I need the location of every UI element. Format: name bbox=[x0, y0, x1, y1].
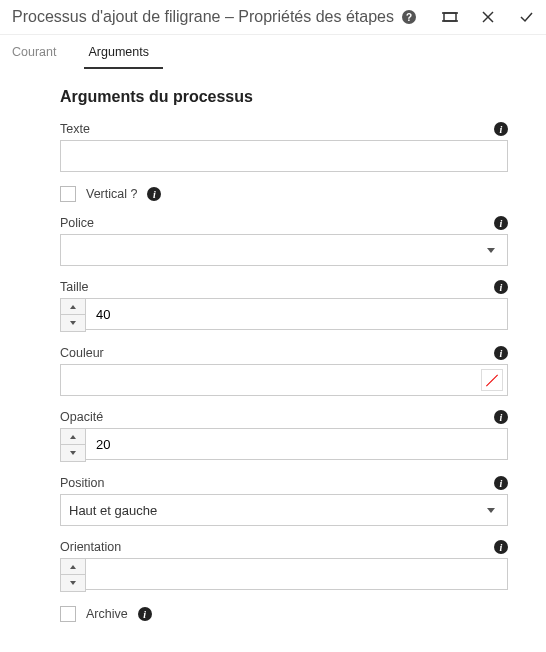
field-taille: Taille i bbox=[60, 280, 508, 332]
stepper-opacite bbox=[60, 428, 86, 462]
field-couleur: Couleur i bbox=[60, 346, 508, 396]
stepper-down-button[interactable] bbox=[61, 315, 85, 331]
input-taille[interactable] bbox=[86, 298, 508, 330]
stepper-up-button[interactable] bbox=[61, 429, 85, 445]
chevron-up-icon bbox=[70, 305, 76, 309]
checkbox-archive[interactable] bbox=[60, 606, 76, 622]
dialog-header: Processus d'ajout de filigrane – Proprié… bbox=[0, 0, 546, 35]
dialog-title: Processus d'ajout de filigrane – Proprié… bbox=[12, 8, 394, 26]
dialog-title-row: Processus d'ajout de filigrane – Proprié… bbox=[12, 8, 442, 26]
stepper-down-button[interactable] bbox=[61, 575, 85, 591]
chevron-down-icon bbox=[487, 508, 495, 513]
header-actions bbox=[442, 9, 534, 25]
svg-rect-0 bbox=[444, 13, 456, 21]
form-content: Arguments du processus Texte i Vertical … bbox=[0, 70, 546, 652]
tab-arguments[interactable]: Arguments bbox=[84, 35, 162, 69]
chevron-down-icon bbox=[487, 248, 495, 253]
label-archive: Archive bbox=[86, 607, 128, 621]
confirm-icon[interactable] bbox=[518, 9, 534, 25]
label-orientation: Orientation bbox=[60, 540, 121, 554]
field-texte: Texte i bbox=[60, 122, 508, 172]
fullscreen-icon[interactable] bbox=[442, 9, 458, 25]
info-icon[interactable]: i bbox=[147, 187, 161, 201]
label-police: Police bbox=[60, 216, 94, 230]
info-icon[interactable]: i bbox=[494, 346, 508, 360]
label-position: Position bbox=[60, 476, 104, 490]
field-vertical: Vertical ? i bbox=[60, 186, 508, 202]
label-opacite: Opacité bbox=[60, 410, 103, 424]
info-icon[interactable]: i bbox=[494, 280, 508, 294]
label-couleur: Couleur bbox=[60, 346, 104, 360]
label-taille: Taille bbox=[60, 280, 89, 294]
select-position[interactable]: Haut et gauche bbox=[60, 494, 508, 526]
field-archive: Archive i bbox=[60, 606, 508, 622]
chevron-up-icon bbox=[70, 435, 76, 439]
info-icon[interactable]: i bbox=[494, 476, 508, 490]
select-position-value: Haut et gauche bbox=[69, 503, 157, 518]
checkbox-vertical[interactable] bbox=[60, 186, 76, 202]
info-icon[interactable]: i bbox=[494, 216, 508, 230]
stepper-taille bbox=[60, 298, 86, 332]
info-icon[interactable]: i bbox=[494, 410, 508, 424]
input-couleur[interactable] bbox=[60, 364, 508, 396]
chevron-down-icon bbox=[70, 581, 76, 585]
input-opacite[interactable] bbox=[86, 428, 508, 460]
select-police[interactable] bbox=[60, 234, 508, 266]
chevron-down-icon bbox=[70, 451, 76, 455]
info-icon[interactable]: i bbox=[494, 122, 508, 136]
info-icon[interactable]: i bbox=[138, 607, 152, 621]
stepper-up-button[interactable] bbox=[61, 559, 85, 575]
field-position: Position i Haut et gauche bbox=[60, 476, 508, 526]
stepper-up-button[interactable] bbox=[61, 299, 85, 315]
info-icon[interactable]: i bbox=[494, 540, 508, 554]
field-police: Police i bbox=[60, 216, 508, 266]
tabs: Courant Arguments bbox=[0, 35, 546, 70]
tab-common[interactable]: Courant bbox=[8, 35, 70, 69]
color-swatch-none bbox=[481, 369, 503, 391]
section-title: Arguments du processus bbox=[60, 88, 508, 106]
chevron-down-icon bbox=[70, 321, 76, 325]
label-vertical: Vertical ? bbox=[86, 187, 137, 201]
label-texte: Texte bbox=[60, 122, 90, 136]
help-icon[interactable]: ? bbox=[402, 10, 416, 24]
field-opacite: Opacité i bbox=[60, 410, 508, 462]
stepper-orientation bbox=[60, 558, 86, 592]
chevron-up-icon bbox=[70, 565, 76, 569]
field-orientation: Orientation i bbox=[60, 540, 508, 592]
input-orientation[interactable] bbox=[86, 558, 508, 590]
close-icon[interactable] bbox=[480, 9, 496, 25]
stepper-down-button[interactable] bbox=[61, 445, 85, 461]
input-texte[interactable] bbox=[60, 140, 508, 172]
